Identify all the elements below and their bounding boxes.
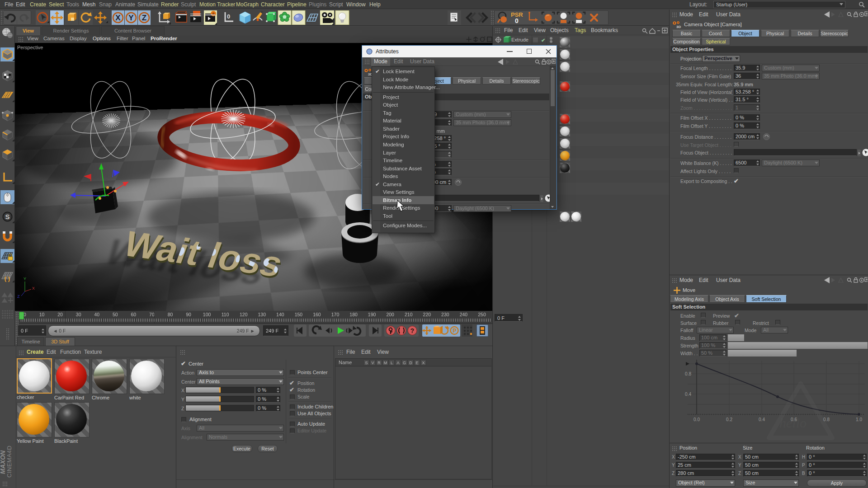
- svg-text:X: X: [32, 286, 35, 291]
- svg-text:( ): ( ): [5, 275, 10, 282]
- svg-text:0.2: 0.2: [726, 417, 732, 422]
- svg-text:0: 0: [515, 17, 519, 24]
- svg-text:Y: Y: [128, 14, 134, 22]
- svg-text:0.8: 0.8: [685, 371, 691, 376]
- svg-text:1.0: 1.0: [856, 417, 862, 422]
- svg-text:0.4: 0.4: [685, 392, 691, 397]
- svg-text:P: P: [453, 328, 456, 334]
- svg-text:Z: Z: [17, 294, 20, 299]
- svg-text:Y: Y: [24, 277, 26, 281]
- svg-text:X: X: [115, 14, 121, 22]
- svg-text:S: S: [5, 213, 9, 221]
- svg-text:0: 0: [227, 13, 230, 20]
- svg-text:3D: 3D: [676, 25, 681, 29]
- svg-text:?: ?: [410, 327, 415, 334]
- svg-text:hello: hello: [779, 415, 807, 430]
- svg-text:Z: Z: [142, 14, 146, 22]
- svg-text:Perspective: Perspective: [17, 45, 43, 50]
- svg-text:0.0: 0.0: [693, 417, 700, 422]
